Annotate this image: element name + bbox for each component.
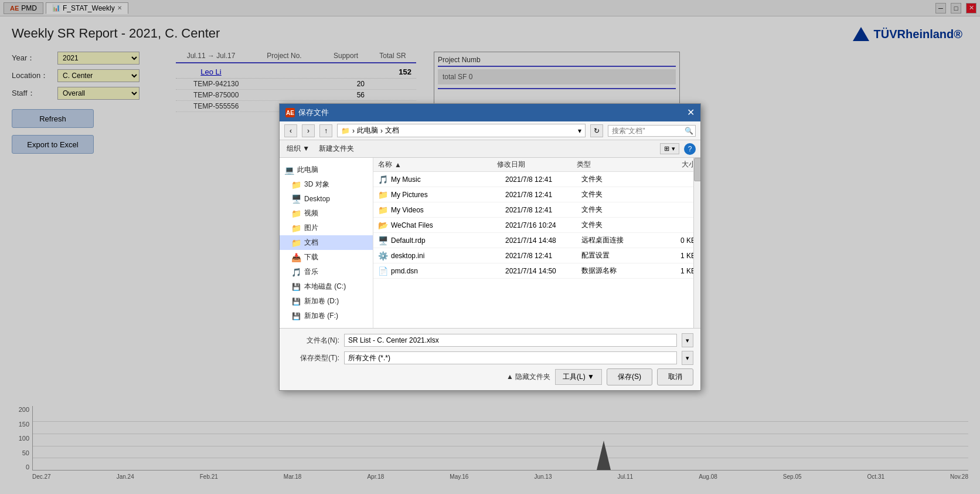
sidebar-item-drivec[interactable]: 💾 本地磁盘 (C:) (280, 279, 373, 294)
filename-mypictures: My Pictures (391, 191, 505, 199)
dialog-file-list: 名称 ▲ 修改日期 类型 大小 🎵 My Music 2021/7/8 12:4… (373, 158, 700, 328)
filesize-desktopini: 1 KB (658, 252, 696, 260)
sidebar-item-pictures[interactable]: 📁 图片 (280, 221, 373, 235)
sidebar-label-video: 视频 (304, 208, 318, 218)
filetype-myvideos: 文件夹 (581, 205, 658, 215)
col-date-header[interactable]: 修改日期 (497, 160, 577, 170)
filesize-rdp: 0 KB (658, 236, 696, 245)
disk-f-icon: 💾 (291, 312, 301, 321)
disk-c-icon: 💾 (291, 282, 301, 292)
filetype-wechat: 文件夹 (581, 220, 658, 230)
dialog-close-button[interactable]: ✕ (687, 108, 695, 117)
forward-button[interactable]: › (302, 124, 315, 137)
dialog-bottom: 文件名(N): ▾ 保存类型(T): ▾ ▲ 隐藏文件夹 工具(L) ▼ 保存(… (280, 328, 700, 390)
file-row-rdp[interactable]: 🖥️ Default.rdp 2021/7/14 14:48 远程桌面连接 0 … (373, 233, 700, 248)
breadcrumb-icon: 📁 (341, 127, 350, 135)
view-toggle[interactable]: ⊞ ▾ (660, 143, 679, 154)
file-row-desktopini[interactable]: ⚙️ desktop.ini 2021/7/8 12:41 配置设置 1 KB (373, 248, 700, 263)
up-button[interactable]: ↑ (319, 124, 332, 137)
view-dropdown: ▾ (672, 145, 675, 153)
sidebar-item-downloads[interactable]: 📥 下载 (280, 250, 373, 265)
filename-desktopini: desktop.ini (391, 252, 505, 260)
breadcrumb-pc[interactable]: 此电脑 (357, 126, 378, 136)
dialog-refresh-button[interactable]: ↻ (590, 124, 603, 137)
hide-folders-button[interactable]: ▲ 隐藏文件夹 (506, 372, 550, 382)
filename-rdp: Default.rdp (391, 236, 505, 245)
dialog-actions-bar: 组织 ▼ 新建文件夹 ⊞ ▾ ? (280, 140, 700, 158)
sidebar-label-music: 音乐 (304, 267, 318, 277)
sidebar-item-thispc[interactable]: 💻 此电脑 (280, 163, 373, 177)
dialog-toolbar: ‹ › ↑ 📁 › 此电脑 › 文档 ▾ ↻ 🔍 (280, 121, 700, 140)
folder-downloads-icon: 📥 (291, 253, 301, 262)
dialog-overlay: AE 保存文件 ✕ ‹ › ↑ 📁 › 此电脑 › 文档 ▾ ↻ (0, 0, 980, 494)
help-button[interactable]: ? (684, 143, 696, 155)
filetype-rdp: 远程桌面连接 (581, 235, 658, 245)
search-input[interactable] (612, 127, 682, 135)
folder-music-icon: 🎵 (291, 268, 301, 277)
sidebar-label-pictures: 图片 (304, 223, 318, 233)
filename-dropdown[interactable]: ▾ (682, 333, 693, 347)
main-content: Weekly SR Report - 2021, C. Center TÜVRh… (0, 16, 980, 494)
filedate-rdp: 2021/7/14 14:48 (505, 236, 581, 245)
scrollbar-thumb[interactable] (694, 158, 700, 181)
dialog-title-text: 保存文件 (298, 107, 329, 118)
filename-pmddsn: pmd.dsn (391, 267, 505, 275)
sidebar-label-documents: 文档 (304, 238, 318, 248)
organize-button[interactable]: 组织 ▼ (284, 143, 312, 155)
filedate-myvideos: 2021/7/8 12:41 (505, 206, 581, 214)
file-row-mymusic[interactable]: 🎵 My Music 2021/7/8 12:41 文件夹 (373, 172, 700, 187)
col-name-header[interactable]: 名称 ▲ (378, 160, 497, 170)
sidebar-item-video[interactable]: 📁 视频 (280, 206, 373, 221)
filename-input[interactable] (344, 334, 677, 347)
col-size-header[interactable]: 大小 (656, 160, 696, 170)
filetype-dropdown[interactable]: ▾ (682, 351, 693, 365)
sidebar-item-desktop[interactable]: 🖥️ Desktop (280, 192, 373, 206)
sidebar-label-downloads: 下载 (304, 252, 318, 262)
sidebar-label-thispc: 此电脑 (297, 165, 318, 175)
scrollbar-vertical[interactable] (693, 158, 700, 328)
sidebar-item-documents[interactable]: 📁 文档 (280, 235, 373, 250)
videos-folder-icon: 📁 (378, 205, 387, 215)
breadcrumb[interactable]: 📁 › 此电脑 › 文档 ▾ (337, 124, 586, 137)
filedate-desktopini: 2021/7/8 12:41 (505, 252, 581, 260)
filename-wechat: WeChat Files (391, 221, 505, 229)
tools-button[interactable]: 工具(L) ▼ (555, 369, 602, 385)
filename-myvideos: My Videos (391, 206, 505, 214)
file-row-mypictures[interactable]: 📁 My Pictures 2021/7/8 12:41 文件夹 (373, 187, 700, 202)
sidebar-item-drived[interactable]: 💾 新加卷 (D:) (280, 294, 373, 309)
sidebar-label-drived: 新加卷 (D:) (304, 296, 339, 306)
filetype-pmddsn: 数据源名称 (581, 266, 658, 276)
file-row-wechat[interactable]: 📂 WeChat Files 2021/7/16 10:24 文件夹 (373, 218, 700, 233)
filename-label: 文件名(N): (287, 336, 339, 346)
folder-3d-icon: 📁 (291, 180, 301, 190)
file-list-header: 名称 ▲ 修改日期 类型 大小 (373, 158, 700, 172)
dialog-cancel-button[interactable]: 取消 (657, 368, 693, 385)
new-folder-button[interactable]: 新建文件夹 (317, 143, 356, 155)
file-row-myvideos[interactable]: 📁 My Videos 2021/7/8 12:41 文件夹 (373, 202, 700, 218)
dialog-footer-buttons: ▲ 隐藏文件夹 工具(L) ▼ 保存(S) 取消 (287, 368, 693, 385)
breadcrumb-dropdown[interactable]: ▾ (578, 127, 581, 135)
folder-documents-icon: 📁 (291, 238, 301, 248)
sidebar-item-drivef[interactable]: 💾 新加卷 (F:) (280, 309, 373, 323)
sidebar-item-music[interactable]: 🎵 音乐 (280, 265, 373, 279)
sidebar-item-3d[interactable]: 📁 3D 对象 (280, 177, 373, 192)
filetype-input[interactable] (344, 351, 677, 364)
ini-file-icon: ⚙️ (378, 251, 387, 260)
dialog-save-button[interactable]: 保存(S) (607, 368, 652, 385)
dialog-title-bar: AE 保存文件 ✕ (280, 104, 700, 121)
dialog-title-left: AE 保存文件 (285, 107, 329, 118)
filename-mymusic: My Music (391, 175, 505, 184)
filetype-mypictures: 文件夹 (581, 190, 658, 199)
pictures-folder-icon: 📁 (378, 190, 387, 199)
breadcrumb-docs[interactable]: 文档 (385, 126, 399, 136)
file-row-pmddsn[interactable]: 📄 pmd.dsn 2021/7/14 14:50 数据源名称 1 KB (373, 263, 700, 279)
col-type-header[interactable]: 类型 (577, 160, 656, 170)
dialog-body: 💻 此电脑 📁 3D 对象 🖥️ Desktop 📁 视频 (280, 158, 700, 328)
dsn-file-icon: 📄 (378, 266, 387, 276)
folder-pictures-icon: 📁 (291, 224, 301, 233)
view-icon: ⊞ (664, 145, 669, 153)
dialog-sidebar: 💻 此电脑 📁 3D 对象 🖥️ Desktop 📁 视频 (280, 158, 373, 328)
sidebar-label-3d: 3D 对象 (304, 180, 329, 190)
back-button[interactable]: ‹ (284, 124, 297, 137)
folder-video-icon: 📁 (291, 209, 301, 218)
